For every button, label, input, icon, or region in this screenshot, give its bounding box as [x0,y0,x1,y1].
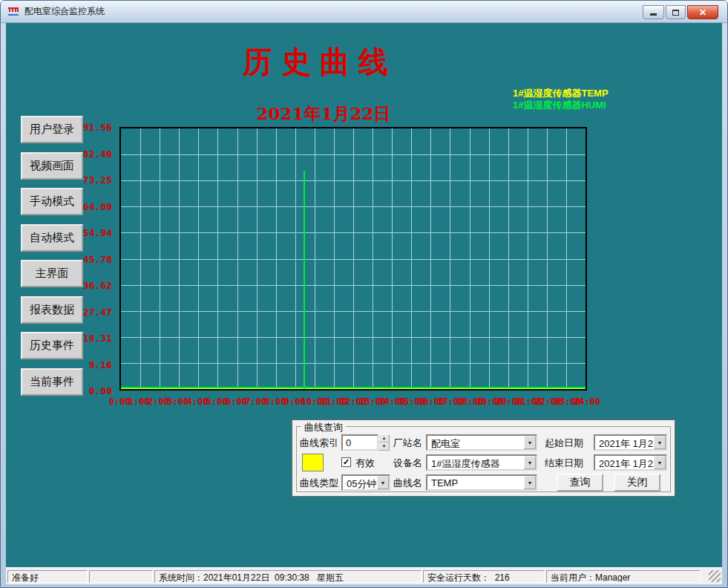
dropdown-arrow-icon[interactable]: ▼ [524,476,536,489]
dropdown-arrow-icon[interactable]: ▼ [654,436,666,449]
y-axis-tick-label: 54.94 [83,227,112,238]
y-axis-tick-label: 45.78 [83,253,112,264]
y-axis-tick-label: 36.62 [83,280,112,291]
x-axis-tick-label: 7:00 [245,396,266,407]
close-panel-button[interactable]: 关闭 [614,474,660,491]
station-value: 配电室 [431,438,460,449]
y-axis-tick-label: 9.16 [89,359,112,370]
page-title: 历史曲线 [186,42,453,82]
grid-line-horizontal [121,285,586,286]
x-axis-tick-label: 3:00 [167,396,188,407]
status-current-user: 当前用户：Manager [546,570,701,583]
grid-line-horizontal [121,180,586,181]
curve-query-title: 曲线查询 [301,421,346,434]
curve-index-spinner: ▲ ▼ [378,434,390,451]
titlebar: 配电室综合监控系统 ✕ [1,1,727,23]
curve-name-select[interactable]: TEMP ▼ [426,474,537,491]
query-button[interactable]: 查询 [557,474,603,491]
window-title: 配电室综合监控系统 [24,5,105,18]
grid-line-horizontal [121,232,586,233]
x-axis-tick-label: 24:00 [574,396,600,407]
curve-index-label: 曲线索引 [300,437,338,450]
valid-label: 有效 [355,457,375,470]
statusbar: 准备好 系统时间：2021年01月22日 09:30:38 星期五 安全运行天数… [6,567,722,584]
y-axis-tick-label: 18.31 [83,333,112,344]
curve-type-value: 05分钟 [347,478,376,489]
end-date-label: 结束日期 [545,457,583,470]
close-icon: ✕ [699,7,706,18]
y-axis-tick-label: 64.09 [83,200,112,212]
grid-line-horizontal [121,337,586,338]
grid-line-horizontal [121,154,586,155]
end-date-select[interactable]: 2021年 1月22日 ▼ [594,454,667,471]
valid-checkbox[interactable]: ✓ [341,457,351,467]
status-run-days: 安全运行天数： 216 [423,570,545,583]
y-axis-tick-label: 82.40 [83,148,112,159]
x-axis-tick-label: 0:00 [109,396,131,407]
chart-date: 2021年1月22日 [216,102,431,125]
x-axis-tick-label: 1:00 [128,396,150,407]
y-axis: 91.5682.4073.2564.0954.9445.7836.6227.47… [1,127,117,391]
y-axis-tick-label: 27.47 [83,306,112,317]
status-system-time: 系统时间：2021年01月22日 09:30:38 星期五 [154,570,422,583]
minimize-button[interactable] [643,5,664,19]
chart-plot-area [121,128,586,389]
series-spike [304,171,305,389]
spinner-down-icon[interactable]: ▼ [378,442,390,451]
spinner-up-icon[interactable]: ▲ [378,434,390,442]
y-axis-tick-label: 73.25 [83,174,112,186]
legend-item-temp: 1#温湿度传感器TEMP [513,88,609,99]
dropdown-arrow-icon[interactable]: ▼ [524,456,536,469]
curve-query-panel: 曲线查询 曲线索引 0 ▲ ▼ 厂站名 配电室 ▼ 起始日期 2021年 1月2… [292,420,675,496]
x-axis-tick-label: 6:00 [226,396,247,407]
station-select[interactable]: 配电室 ▼ [426,434,537,451]
maximize-button[interactable] [666,5,686,19]
x-axis-tick-label: 2:00 [148,396,169,407]
minimize-icon [650,13,657,16]
dropdown-arrow-icon[interactable]: ▼ [524,436,536,449]
history-chart [119,127,587,391]
grid-line-horizontal [121,363,586,364]
app-window: 配电室综合监控系统 ✕ 历史曲线 2021年1月22日 1#温湿度传感器TEMP… [0,0,728,588]
device-label: 设备名 [393,457,422,470]
station-label: 厂站名 [393,437,422,450]
dropdown-arrow-icon[interactable]: ▼ [377,476,389,489]
start-date-select[interactable]: 2021年 1月21日 ▼ [594,434,667,451]
curve-name-label: 曲线名 [393,477,422,490]
x-axis-tick-label: 4:00 [187,396,209,407]
curve-name-value: TEMP [431,477,458,489]
dropdown-arrow-icon[interactable]: ▼ [654,456,666,469]
app-icon [8,6,20,18]
resize-grip[interactable] [709,570,721,582]
status-empty [89,570,153,583]
curve-type-label: 曲线类型 [300,477,338,490]
start-date-label: 起始日期 [545,437,583,450]
curve-color-swatch[interactable] [302,454,324,471]
curve-index-input[interactable]: 0 [341,434,378,451]
chart-legend: 1#温湿度传感器TEMP 1#温湿度传感器HUMI [513,88,609,111]
y-axis-tick-label: 0.00 [89,385,112,396]
curve-type-select[interactable]: 05分钟 ▼ [341,474,390,491]
series-baseline [121,387,586,388]
y-axis-tick-label: 91.56 [83,122,112,133]
close-button[interactable]: ✕ [687,5,718,19]
window-controls: ✕ [643,5,718,19]
status-ready: 准备好 [7,570,88,583]
checkmark-icon: ✓ [343,457,350,466]
device-value: 1#温湿度传感器 [431,458,499,469]
legend-item-humi: 1#温湿度传感器HUMI [513,99,609,111]
x-axis-tick-label: 5:00 [206,396,228,407]
grid-line-horizontal [121,206,586,207]
grid-line-horizontal [121,311,586,312]
x-axis-tick-label: 8:00 [265,396,286,407]
maximize-icon [672,10,679,16]
device-select[interactable]: 1#温湿度传感器 ▼ [426,454,537,471]
grid-line-horizontal [121,259,586,260]
x-axis: 0:001:002:003:004:005:006:007:008:009:00… [119,396,587,408]
